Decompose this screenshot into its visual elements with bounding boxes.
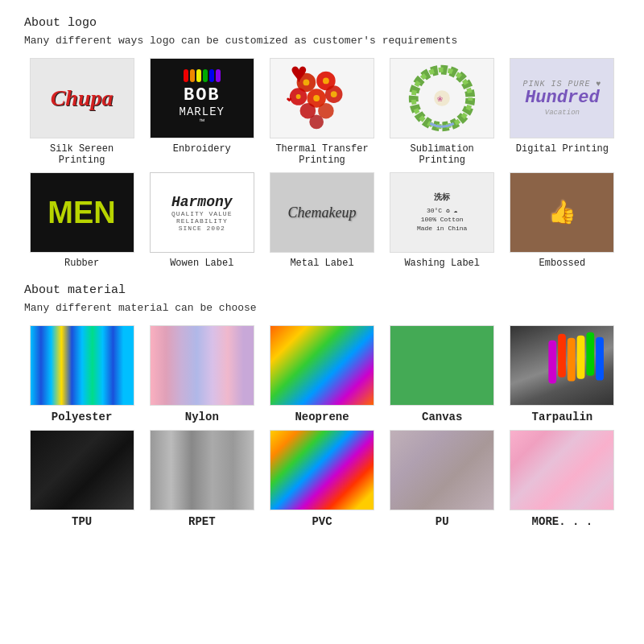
heart-image: ❤ ♥ — [270, 58, 374, 138]
svg-rect-24 — [549, 341, 557, 384]
hundred-content: PINK IS PURE ♥ Hundred Vacation — [519, 76, 605, 119]
chemake-image: Chemakeup — [270, 172, 374, 253]
embossed-label: Embossed — [539, 258, 586, 269]
more-image — [510, 430, 614, 510]
list-item: PU — [385, 430, 500, 528]
material-grid-row2: TPU RPET PVC PU MORE. . . — [24, 430, 620, 528]
harmony-content: Harmony QUALITY VALUE RELIABILITY SINCE … — [151, 191, 254, 235]
tm-text: ™ — [180, 118, 225, 127]
tarpaulin-svg — [510, 326, 613, 405]
heart-svg: ❤ ♥ — [270, 59, 374, 138]
neoprene-label: Neoprene — [295, 411, 349, 423]
pvc-image — [270, 430, 374, 510]
nylon-label: Nylon — [185, 411, 219, 423]
canvas-label: Canvas — [422, 411, 462, 423]
list-item: Nylon — [144, 325, 259, 423]
harmony-image: Harmony QUALITY VALUE RELIABILITY SINCE … — [150, 172, 254, 253]
chemake-content: Chemakeup — [270, 201, 374, 225]
list-item: Polyester — [24, 325, 139, 423]
more-label: MORE. . . — [532, 515, 593, 528]
embossed-icon: 👍 — [548, 199, 576, 226]
svg-rect-20 — [568, 338, 576, 382]
svg-rect-19 — [558, 334, 566, 378]
svg-point-11 — [313, 95, 320, 101]
list-item: ❀ Sublimation Printing — [385, 58, 500, 166]
list-item: Harmony QUALITY VALUE RELIABILITY SINCE … — [144, 172, 259, 269]
washing-content: 洗标 30°C ♻ ☁ 100% Cotton Made in China — [412, 188, 472, 238]
svg-rect-23 — [597, 337, 605, 381]
list-item: 洗标 30°C ♻ ☁ 100% Cotton Made in China Wa… — [385, 172, 500, 269]
hundred-brand: Hundred — [522, 89, 601, 108]
list-item: Chemakeup Metal Label — [264, 172, 379, 269]
list-item: Tarpaulin — [505, 325, 620, 423]
digital-printing-label: Digital Printing — [516, 143, 609, 155]
bobmarley-image: BOB MARLEY ™ — [150, 58, 254, 138]
embossed-content: 👍 — [548, 199, 576, 226]
wreath-svg: ❀ — [390, 59, 493, 138]
rubber-label: Rubber — [64, 258, 99, 269]
list-item: 👍 Embossed — [505, 172, 620, 269]
washing-care: 30°C ♻ ☁ — [417, 206, 467, 215]
nylon-image — [150, 325, 254, 406]
pu-image — [390, 430, 494, 510]
harmony-sub1: QUALITY VALUE RELIABILITY — [154, 210, 250, 225]
list-item: Chupa Silk Sereen Printing — [24, 58, 139, 166]
silk-screen-label: Silk Sereen Printing — [24, 143, 139, 166]
harmony-name: Harmony — [154, 194, 250, 210]
neoprene-image — [270, 325, 374, 406]
list-item: BOB MARLEY ™ Enbroidery — [144, 58, 259, 166]
men-image: MEN — [30, 172, 134, 253]
svg-point-10 — [323, 78, 329, 85]
pvc-label: PVC — [312, 515, 332, 528]
list-item: Canvas — [385, 325, 500, 423]
bob-text: BOB — [180, 85, 225, 105]
tarpaulin-label: Tarpaulin — [532, 411, 593, 423]
logo-grid-row2: MEN Rubber Harmony QUALITY VALUE RELIABI… — [24, 172, 620, 269]
washing-size: Made in China — [417, 224, 467, 233]
tpu-label: TPU — [72, 515, 92, 528]
men-text: MEN — [47, 196, 115, 230]
svg-text:❀: ❀ — [437, 93, 443, 105]
marley-text: MARLEY — [180, 105, 225, 118]
embroidery-label: Enbroidery — [173, 143, 231, 155]
rpet-image — [150, 430, 254, 510]
polyester-image — [30, 325, 134, 406]
material-grid-row1: Polyester Nylon Neoprene Canvas — [24, 325, 620, 423]
list-item: MEN Rubber — [24, 172, 139, 269]
logo-section-subtitle: Many different ways logo can be customiz… — [24, 35, 620, 47]
list-item: MORE. . . — [505, 430, 620, 528]
logo-grid-row1: Chupa Silk Sereen Printing BOB MARLE — [24, 58, 620, 166]
list-item: PVC — [264, 430, 379, 528]
logo-section-title: About logo — [24, 16, 620, 30]
embossed-image: 👍 — [510, 172, 614, 253]
washing-brand: 洗标 — [417, 192, 467, 204]
material-section-title: About material — [24, 283, 620, 297]
list-item: ❤ ♥ — [264, 58, 379, 166]
list-item: Neoprene — [264, 325, 379, 423]
chupa-text: Chupa — [51, 85, 114, 111]
hundred-sub: Vacation — [522, 109, 601, 117]
svg-point-13 — [296, 94, 301, 99]
list-item: TPU — [24, 430, 139, 528]
svg-rect-21 — [577, 336, 585, 379]
svg-point-12 — [331, 91, 337, 97]
svg-text:♥: ♥ — [291, 59, 308, 91]
bobmarley-content: BOB MARLEY ™ — [176, 66, 228, 130]
hundred-image: PINK IS PURE ♥ Hundred Vacation — [510, 58, 614, 138]
rpet-label: RPET — [188, 515, 216, 528]
woven-label: Wowen Label — [170, 258, 233, 269]
metal-label: Metal Label — [290, 258, 353, 269]
sublimation-label: Sublimation Printing — [385, 143, 500, 166]
washing-image: 洗标 30°C ♻ ☁ 100% Cotton Made in China — [390, 172, 494, 253]
washing-material: 100% Cotton — [417, 215, 467, 224]
svg-point-8 — [309, 115, 324, 130]
material-section-subtitle: Many different material can be choose — [24, 302, 620, 314]
polyester-label: Polyester — [52, 411, 113, 423]
pu-label: PU — [436, 515, 449, 528]
chupa-image: Chupa — [30, 58, 134, 138]
harmony-sub2: SINCE 2002 — [154, 225, 250, 232]
washing-label-label: Washing Label — [404, 258, 480, 269]
chemake-text: Chemakeup — [274, 204, 370, 221]
rainbow-bars — [180, 69, 225, 82]
list-item: RPET — [144, 430, 259, 528]
